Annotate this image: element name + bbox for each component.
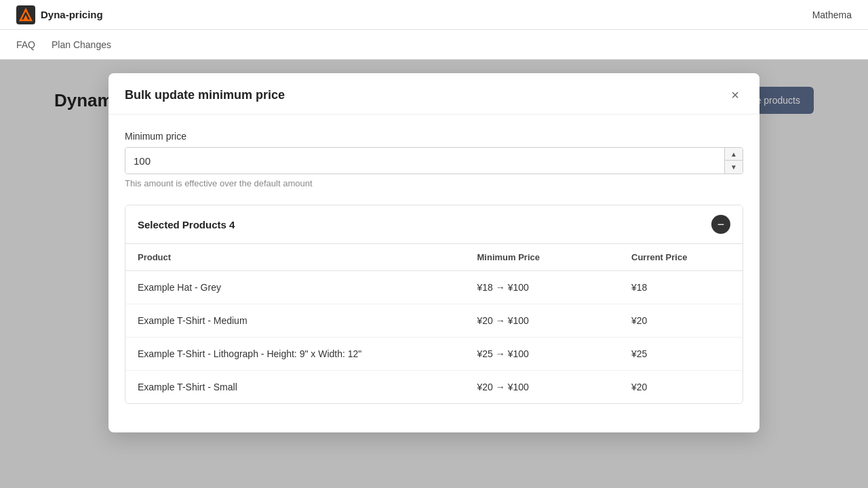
nav-link-plan-changes[interactable]: Plan Changes [52,39,111,50]
table-head: Product Minimum Price Current Price [125,244,743,271]
col-header-min-price: Minimum Price [465,244,620,271]
topbar: Dyna-pricing Mathema [0,0,868,30]
cell-product: Example T-Shirt - Small [125,371,465,404]
cell-current-price: ¥20 [619,371,743,404]
spinner-down-button[interactable]: ▼ [725,161,743,174]
navbar: FAQ Plan Changes [0,30,868,60]
modal-close-button[interactable]: × [727,87,743,103]
table-row: Example T-Shirt - Lithograph - Height: 9… [125,338,743,371]
table-body: Example Hat - Grey¥18 → ¥100¥18Example T… [125,271,743,404]
col-header-current-price: Current Price [619,244,743,271]
page-content: Dynamic Pricing MAIN TOP PAGE Add / Upda… [0,60,868,488]
cell-product: Example Hat - Grey [125,271,465,304]
table-row: Example T-Shirt - Medium¥20 → ¥100¥20 [125,304,743,338]
field-hint: This amount is effective over the defaul… [125,178,743,188]
minimum-price-label: Minimum price [125,131,743,142]
spinner-up-button[interactable]: ▲ [725,148,743,161]
products-table: Product Minimum Price Current Price Exam… [125,244,743,403]
cell-min-price: ¥25 → ¥100 [465,338,620,371]
spinner-buttons: ▲ ▼ [724,148,743,174]
selected-products-section: Selected Products 4 − Product Minimum Pr… [125,205,743,404]
modal-header: Bulk update minimum price × [108,73,760,115]
modal-body: Minimum price ▲ ▼ This amount is effecti… [108,115,760,420]
table-row: Example Hat - Grey¥18 → ¥100¥18 [125,271,743,304]
brand-name: Dyna-pricing [41,9,103,20]
col-header-product: Product [125,244,465,271]
minimum-price-input[interactable] [125,148,724,174]
selected-products-header: Selected Products 4 − [125,205,743,244]
cell-product: Example T-Shirt - Lithograph - Height: 9… [125,338,465,371]
cell-current-price: ¥20 [619,304,743,338]
selected-products-title: Selected Products 4 [138,219,235,230]
brand-icon [16,5,35,24]
cell-min-price: ¥20 → ¥100 [465,371,620,404]
modal-overlay: Bulk update minimum price × Minimum pric… [0,60,868,488]
table-header-row: Product Minimum Price Current Price [125,244,743,271]
collapse-button[interactable]: − [711,215,730,234]
user-name: Mathema [812,9,852,20]
table-row: Example T-Shirt - Small¥20 → ¥100¥20 [125,371,743,404]
minimum-price-input-wrapper: ▲ ▼ [125,147,743,174]
nav-link-faq[interactable]: FAQ [16,39,35,50]
modal: Bulk update minimum price × Minimum pric… [108,73,760,432]
cell-min-price: ¥20 → ¥100 [465,304,620,338]
cell-min-price: ¥18 → ¥100 [465,271,620,304]
modal-title: Bulk update minimum price [125,88,285,102]
brand: Dyna-pricing [16,5,103,24]
cell-current-price: ¥18 [619,271,743,304]
cell-product: Example T-Shirt - Medium [125,304,465,338]
cell-current-price: ¥25 [619,338,743,371]
minus-icon: − [717,218,725,230]
